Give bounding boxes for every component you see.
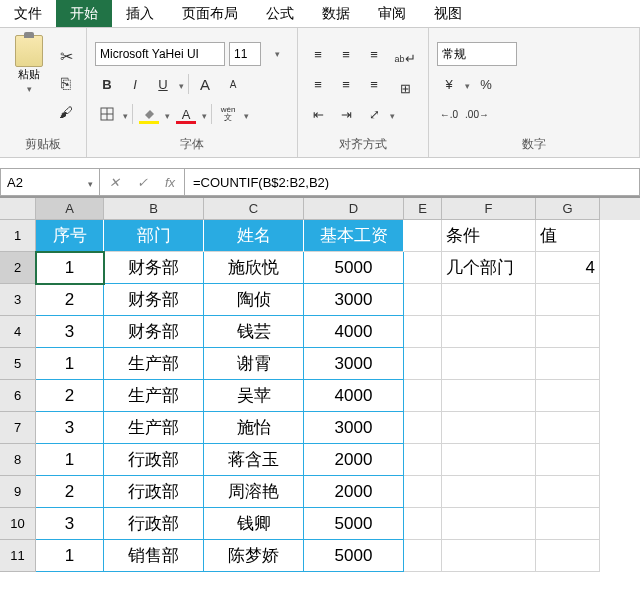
row-header-7[interactable]: 7 — [0, 412, 36, 444]
cell-A3[interactable]: 2 — [36, 284, 104, 316]
cell-D5[interactable]: 3000 — [304, 348, 404, 380]
cell-F6[interactable] — [442, 380, 536, 412]
cell-G1[interactable]: 值 — [536, 220, 600, 252]
underline-button[interactable]: U — [151, 72, 175, 96]
cell-G4[interactable] — [536, 316, 600, 348]
menu-review[interactable]: 审阅 — [364, 0, 420, 27]
header-cell-A[interactable]: 序号 — [36, 220, 104, 252]
cell-F2[interactable]: 几个部门 — [442, 252, 536, 284]
paste-button[interactable]: 粘贴 — [8, 34, 50, 94]
menu-view[interactable]: 视图 — [420, 0, 476, 27]
decrease-indent-button[interactable]: ⇤ — [306, 102, 330, 126]
cell-G10[interactable] — [536, 508, 600, 540]
increase-indent-button[interactable]: ⇥ — [334, 102, 358, 126]
select-all-corner[interactable] — [0, 198, 36, 220]
cell-F7[interactable] — [442, 412, 536, 444]
cell-G9[interactable] — [536, 476, 600, 508]
decrease-decimal-button[interactable]: .00→ — [465, 102, 489, 126]
cell-C8[interactable]: 蒋含玉 — [204, 444, 304, 476]
cell-E8[interactable] — [404, 444, 442, 476]
cell-B6[interactable]: 生产部 — [104, 380, 204, 412]
cell-E6[interactable] — [404, 380, 442, 412]
cell-B7[interactable]: 生产部 — [104, 412, 204, 444]
border-button[interactable] — [95, 102, 119, 126]
row-header-11[interactable]: 11 — [0, 540, 36, 572]
cell-E9[interactable] — [404, 476, 442, 508]
row-header-6[interactable]: 6 — [0, 380, 36, 412]
cell-F3[interactable] — [442, 284, 536, 316]
cell-D2[interactable]: 5000 — [304, 252, 404, 284]
menu-data[interactable]: 数据 — [308, 0, 364, 27]
orientation-button[interactable]: ⤢ — [362, 102, 386, 126]
col-header-C[interactable]: C — [204, 198, 304, 220]
cell-A7[interactable]: 3 — [36, 412, 104, 444]
cell-C3[interactable]: 陶侦 — [204, 284, 304, 316]
col-header-G[interactable]: G — [536, 198, 600, 220]
cell-A4[interactable]: 3 — [36, 316, 104, 348]
cell-G3[interactable] — [536, 284, 600, 316]
cell-D3[interactable]: 3000 — [304, 284, 404, 316]
cell-B8[interactable]: 行政部 — [104, 444, 204, 476]
cell-D4[interactable]: 4000 — [304, 316, 404, 348]
cell-A2[interactable]: 1 — [36, 252, 104, 284]
name-box[interactable]: A2 — [0, 168, 100, 196]
cell-F5[interactable] — [442, 348, 536, 380]
currency-button[interactable]: ¥ — [437, 72, 461, 96]
cell-C2[interactable]: 施欣悦 — [204, 252, 304, 284]
col-header-A[interactable]: A — [36, 198, 104, 220]
cell-E2[interactable] — [404, 252, 442, 284]
cell-E11[interactable] — [404, 540, 442, 572]
bold-button[interactable]: B — [95, 72, 119, 96]
cell-A11[interactable]: 1 — [36, 540, 104, 572]
align-center-button[interactable]: ≡ — [334, 72, 358, 96]
cell-B9[interactable]: 行政部 — [104, 476, 204, 508]
cell-A9[interactable]: 2 — [36, 476, 104, 508]
cell-F10[interactable] — [442, 508, 536, 540]
header-cell-D[interactable]: 基本工资 — [304, 220, 404, 252]
wrap-text-button[interactable]: ab↵ — [390, 47, 420, 71]
cell-G6[interactable] — [536, 380, 600, 412]
menu-insert[interactable]: 插入 — [112, 0, 168, 27]
cell-B3[interactable]: 财务部 — [104, 284, 204, 316]
align-left-button[interactable]: ≡ — [306, 72, 330, 96]
copy-button[interactable] — [54, 72, 78, 96]
cell-D7[interactable]: 3000 — [304, 412, 404, 444]
align-bottom-button[interactable]: ≡ — [362, 42, 386, 66]
cell-C10[interactable]: 钱卿 — [204, 508, 304, 540]
cell-G7[interactable] — [536, 412, 600, 444]
menu-file[interactable]: 文件 — [0, 0, 56, 27]
header-cell-C[interactable]: 姓名 — [204, 220, 304, 252]
decrease-font-button[interactable]: A — [221, 72, 245, 96]
cell-F1[interactable]: 条件 — [442, 220, 536, 252]
align-middle-button[interactable]: ≡ — [334, 42, 358, 66]
row-header-4[interactable]: 4 — [0, 316, 36, 348]
cell-C4[interactable]: 钱芸 — [204, 316, 304, 348]
cell-E10[interactable] — [404, 508, 442, 540]
fill-color-button[interactable] — [137, 102, 161, 126]
menu-formulas[interactable]: 公式 — [252, 0, 308, 27]
cell-B5[interactable]: 生产部 — [104, 348, 204, 380]
row-header-9[interactable]: 9 — [0, 476, 36, 508]
cell-G2[interactable]: 4 — [536, 252, 600, 284]
cell-C9[interactable]: 周溶艳 — [204, 476, 304, 508]
number-format-select[interactable] — [437, 42, 517, 66]
cell-D10[interactable]: 5000 — [304, 508, 404, 540]
cell-F8[interactable] — [442, 444, 536, 476]
cell-G5[interactable] — [536, 348, 600, 380]
header-cell-B[interactable]: 部门 — [104, 220, 204, 252]
formula-input[interactable]: =COUNTIF(B$2:B2,B2) — [185, 168, 640, 196]
cell-D9[interactable]: 2000 — [304, 476, 404, 508]
col-header-B[interactable]: B — [104, 198, 204, 220]
cell-D11[interactable]: 5000 — [304, 540, 404, 572]
cell-B2[interactable]: 财务部 — [104, 252, 204, 284]
italic-button[interactable]: I — [123, 72, 147, 96]
row-header-1[interactable]: 1 — [0, 220, 36, 252]
increase-decimal-button[interactable]: ←.0 — [437, 102, 461, 126]
cell-D6[interactable]: 4000 — [304, 380, 404, 412]
confirm-formula-button[interactable]: ✓ — [128, 175, 156, 190]
row-header-10[interactable]: 10 — [0, 508, 36, 540]
row-header-8[interactable]: 8 — [0, 444, 36, 476]
cell-E7[interactable] — [404, 412, 442, 444]
cell-E5[interactable] — [404, 348, 442, 380]
cell-B4[interactable]: 财务部 — [104, 316, 204, 348]
